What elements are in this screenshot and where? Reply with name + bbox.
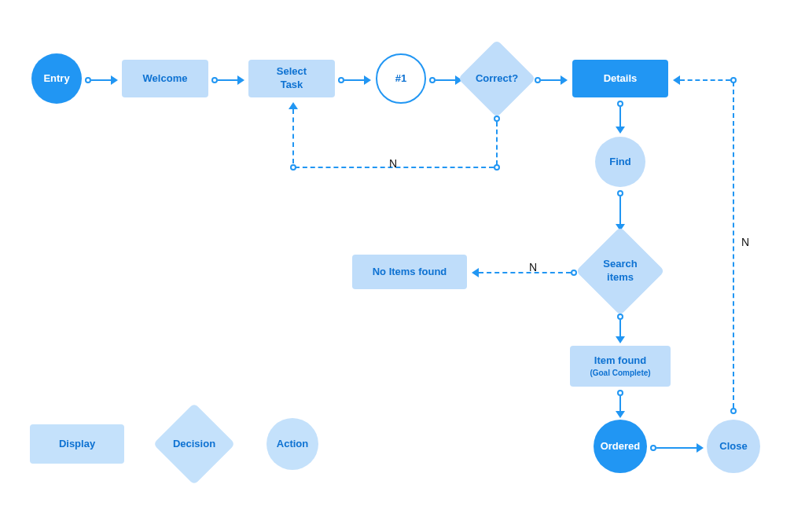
node-ref1-label: #1: [395, 72, 406, 86]
node-entry: Entry: [31, 53, 82, 104]
arrow-head-icon: [616, 336, 625, 343]
edge-label-close-no: N: [741, 236, 749, 248]
node-search-items-label: Search items: [603, 258, 637, 284]
node-details: Details: [572, 60, 668, 97]
node-find: Find: [595, 137, 645, 187]
arrow-tail-icon: [617, 190, 623, 196]
node-correct-label: Correct?: [476, 72, 518, 86]
node-welcome: Welcome: [122, 60, 208, 97]
legend-action-label: Action: [277, 438, 308, 451]
arrow-ordered-close: [650, 443, 704, 453]
path-dot-icon: [290, 164, 296, 171]
legend-display: Display: [30, 424, 124, 464]
legend-decision: Decision: [165, 415, 223, 473]
arrow-welcome-select: [211, 75, 244, 85]
arrow-head-icon: [237, 75, 244, 85]
node-details-label: Details: [604, 72, 638, 86]
arrow-itemfound-ordered: [616, 390, 625, 418]
arrow-tail-icon: [429, 77, 436, 83]
arrow-close-no-loop: [673, 75, 730, 85]
arrow-tail-icon: [650, 445, 656, 451]
arrow-tail-icon: [617, 390, 623, 396]
path-dot-icon: [730, 408, 737, 414]
arrow-entry-welcome: [85, 75, 118, 85]
arrow-tail-icon: [617, 101, 623, 107]
legend-display-label: Display: [59, 438, 95, 451]
arrow-search-itemfound: [616, 314, 625, 343]
node-close-label: Close: [719, 440, 747, 453]
node-no-items-label: No Items found: [373, 266, 447, 279]
arrow-tail-icon: [211, 77, 218, 83]
node-ordered-label: Ordered: [601, 440, 641, 453]
node-entry-label: Entry: [43, 72, 69, 86]
node-item-found: Item found (Goal Complete): [570, 346, 671, 387]
dashed-segment: [733, 82, 734, 408]
arrow-correct-no-loop: [289, 102, 298, 163]
legend-action: Action: [266, 418, 318, 470]
legend-decision-label: Decision: [173, 438, 215, 451]
arrow-tail-icon: [571, 270, 577, 276]
node-select-task: Select Task: [248, 60, 335, 97]
arrow-head-icon: [364, 75, 371, 85]
arrow-head-icon: [673, 75, 680, 85]
node-ref1: #1: [376, 53, 426, 104]
node-item-found-sub: (Goal Complete): [590, 368, 650, 378]
arrow-head-icon: [561, 75, 568, 85]
arrow-tail-icon: [535, 77, 541, 83]
node-correct: Correct?: [469, 51, 524, 106]
arrow-head-icon: [697, 443, 704, 453]
arrow-select-ref1: [338, 75, 371, 85]
arrow-head-icon: [616, 411, 625, 418]
node-welcome-label: Welcome: [143, 72, 188, 86]
arrow-find-search: [616, 190, 625, 231]
arrow-search-no: [472, 268, 577, 277]
dashed-segment: [496, 122, 498, 165]
edge-label-correct-no: N: [389, 157, 397, 170]
arrow-correct-details: [535, 75, 568, 85]
node-select-task-label: Select Task: [277, 65, 307, 92]
node-search-items: Search items: [589, 240, 652, 303]
node-find-label: Find: [609, 156, 630, 169]
arrow-head-icon: [616, 127, 625, 134]
path-dot-icon: [730, 77, 737, 83]
arrow-tail-icon: [85, 77, 91, 83]
arrow-head-icon: [111, 75, 118, 85]
arrow-tail-icon: [617, 314, 623, 320]
arrow-tail-icon: [338, 77, 344, 83]
node-item-found-label: Item found: [594, 354, 646, 368]
path-dot-icon: [494, 164, 500, 171]
node-no-items: No Items found: [352, 255, 467, 289]
arrow-ref1-correct: [429, 75, 462, 85]
arrow-details-find: [616, 101, 625, 134]
edge-label-search-no: N: [529, 261, 537, 273]
node-ordered: Ordered: [594, 420, 647, 473]
arrow-head-icon: [289, 102, 298, 109]
node-close: Close: [707, 420, 760, 473]
arrow-head-icon: [472, 268, 479, 277]
path-dot-icon: [494, 116, 500, 122]
